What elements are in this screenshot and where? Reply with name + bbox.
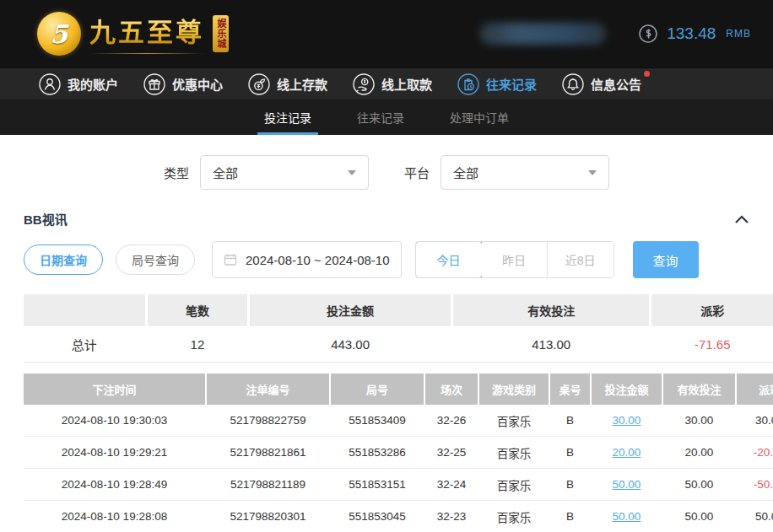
calendar-icon [224,253,237,266]
chevron-down-icon [348,170,356,175]
type-filter-label: 类型 [164,164,189,181]
gift-icon [143,73,165,95]
col-bet-time: 下注时间 [24,373,205,405]
summary-header-count: 笔数 [148,294,248,326]
col-payout: 派彩 [737,373,773,405]
cell-valid-bet: 30.00 [663,405,735,436]
query-controls: 日期查询 局号查询 2024-08-10 ~ 2024-08-10 今日 昨日 … [24,241,773,278]
nav-label: 线上存款 [277,75,327,93]
col-valid-bet: 有效投注 [663,373,735,405]
type-select-value: 全部 [213,164,238,181]
bet-amount-link[interactable]: 50.00 [592,501,662,532]
platform-filter-label: 平台 [404,164,430,181]
summary-header-row: 笔数 投注金额 有效投注 派彩 [24,294,773,326]
nav-label: 我的账户 [68,75,118,93]
summary-header-empty [24,294,145,326]
deposit-icon [248,73,270,95]
table-header-row: 下注时间 注单编号 局号 场次 游戏类别 桌号 投注金额 有效投注 派彩 [24,373,773,405]
table-row: 2024-08-10 19:29:21 521798821861 5518532… [24,437,773,469]
filter-row: 类型 全部 平台 全部 [0,135,773,190]
table-row: 2024-08-10 19:28:08 521798820301 5518530… [24,501,773,532]
col-round-no: 局号 [331,373,424,405]
username-blurred [479,23,606,45]
bell-icon [562,73,584,95]
col-game-type: 游戏类别 [479,373,549,405]
quick-range-group: 今日 昨日 近8日 [415,241,614,278]
nav-label: 信息公告 [591,75,641,93]
summary-bet-amount: 443.00 [250,326,451,362]
table-row: 2024-08-10 19:28:49 521798821189 5518531… [24,469,773,501]
round-query-tab[interactable]: 局号查询 [116,245,195,275]
last-8-days-button[interactable]: 近8日 [548,242,614,277]
summary-header-payout: 派彩 [651,294,773,326]
nav-item-online-deposit[interactable]: 线上存款 [248,73,327,95]
nav-item-announcements[interactable]: 信息公告 [562,73,641,95]
col-order-no: 注单编号 [207,373,329,405]
cell-table-no: B [550,501,590,532]
user-icon [39,73,61,95]
nav-item-online-withdraw[interactable]: 线上取款 [353,73,432,95]
tab-transaction-records[interactable]: 往来记录 [355,99,406,135]
summary-total-label: 总计 [24,326,145,362]
nav-item-my-account[interactable]: 我的账户 [39,73,118,95]
nav-item-promotions[interactable]: 优惠中心 [143,73,223,95]
cell-round-no: 551853045 [331,501,424,532]
brand-logo[interactable]: 5 九五至尊 娱乐城 [37,11,229,57]
nav-item-transaction-records[interactable]: 往来记录 [457,73,537,95]
cell-payout: -50.00 [737,469,773,500]
nav-label: 优惠中心 [172,75,223,93]
col-session: 场次 [425,373,478,405]
cell-bet-time: 2024-08-10 19:30:03 [24,405,205,436]
yesterday-button[interactable]: 昨日 [482,242,548,277]
chevron-down-icon [588,170,597,175]
sub-tab-bar: 投注记录 往来记录 处理中订单 [0,99,773,135]
tab-bet-records[interactable]: 投注记录 [262,99,313,135]
cell-order-no: 521798820301 [207,501,329,532]
summary-count: 12 [148,326,248,362]
bet-amount-link[interactable]: 30.00 [592,405,662,436]
bet-amount-link[interactable]: 20.00 [592,437,662,468]
summary-valid-bet: 413.00 [453,326,650,362]
date-query-tab[interactable]: 日期查询 [24,245,103,275]
withdraw-icon [353,73,375,95]
table-body: 2024-08-10 19:30:03 521798822759 5518534… [24,405,773,532]
type-select[interactable]: 全部 [200,155,369,190]
cell-game-type: 百家乐 [479,437,549,468]
cell-payout: 50.00 [737,501,773,532]
cell-table-no: B [550,405,590,436]
summary-table: 笔数 投注金额 有效投注 派彩 总计 12 443.00 413.00 -71.… [24,294,773,363]
cell-bet-time: 2024-08-10 19:28:08 [24,501,205,532]
cell-session: 32-23 [425,501,478,532]
cell-order-no: 521798821861 [207,437,329,468]
cell-round-no: 551853286 [331,437,424,468]
cell-table-no: B [550,437,590,468]
bet-records-table: 下注时间 注单编号 局号 场次 游戏类别 桌号 投注金额 有效投注 派彩 202… [24,373,773,532]
cell-session: 32-26 [425,405,478,436]
summary-total-row: 总计 12 443.00 413.00 -71.65 [24,326,773,363]
cell-valid-bet: 50.00 [663,469,735,500]
platform-select[interactable]: 全部 [441,155,609,190]
cell-game-type: 百家乐 [479,405,549,436]
nav-label: 线上取款 [381,75,432,93]
cell-payout: -20.00 [737,437,773,468]
date-range-input[interactable]: 2024-08-10 ~ 2024-08-10 [212,241,402,278]
tab-pending-orders[interactable]: 处理中订单 [448,99,511,135]
col-table-no: 桌号 [550,373,590,405]
cell-round-no: 551853151 [331,469,424,500]
search-button[interactable]: 查询 [633,241,699,278]
cell-game-type: 百家乐 [479,469,549,500]
records-icon [457,73,479,95]
notification-dot [644,71,650,77]
bb-video-section-header: BB视讯 [24,210,749,228]
today-button[interactable]: 今日 [415,241,483,278]
cell-bet-time: 2024-08-10 19:28:49 [24,469,205,500]
summary-payout: -71.65 [651,326,773,362]
logo-monogram-icon: 5 [37,12,81,56]
cell-game-type: 百家乐 [479,501,549,532]
bet-amount-link[interactable]: 50.00 [592,469,662,500]
top-header: 5 九五至尊 娱乐城 133.48 RMB [0,0,773,67]
section-title: BB视讯 [24,210,68,228]
cell-bet-time: 2024-08-10 19:29:21 [24,437,205,468]
platform-select-value: 全部 [453,164,478,181]
chevron-up-icon[interactable] [734,214,749,224]
